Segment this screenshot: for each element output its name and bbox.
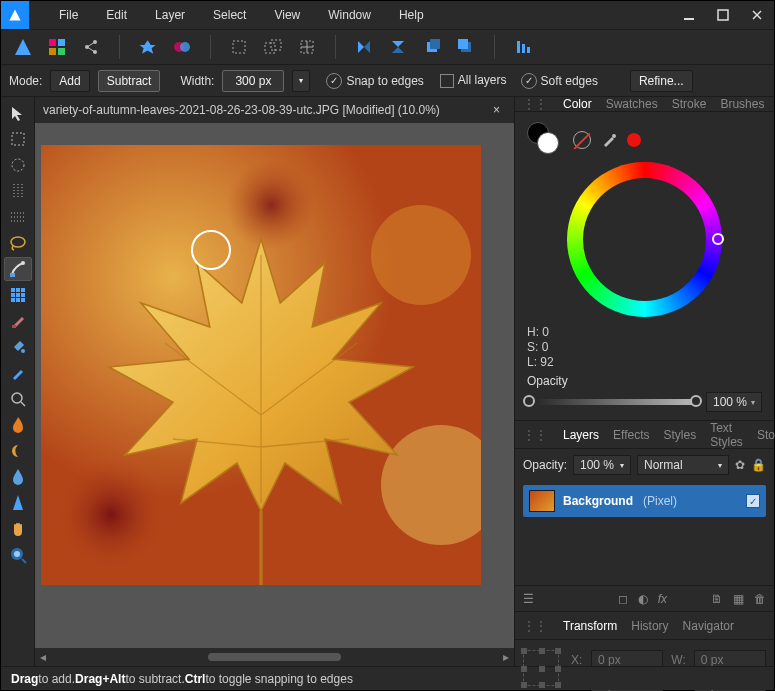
menu-help[interactable]: Help: [387, 4, 436, 26]
sharpen-tool[interactable]: [4, 491, 32, 515]
mode-subtract[interactable]: Subtract: [98, 70, 161, 92]
ellipse-marquee-tool[interactable]: [4, 153, 32, 177]
tab-textstyles[interactable]: Text Styles: [710, 421, 743, 449]
menu-view[interactable]: View: [262, 4, 312, 26]
menu-window[interactable]: Window: [316, 4, 383, 26]
menu-layer[interactable]: Layer: [143, 4, 197, 26]
group-icon[interactable]: ▦: [733, 592, 744, 606]
svg-rect-9: [58, 48, 65, 55]
blend-mode-select[interactable]: Normal▾: [637, 455, 729, 475]
snap-checkbox[interactable]: [326, 73, 342, 89]
fgbg-swatch[interactable]: [527, 122, 563, 158]
quickmask-icon[interactable]: [168, 33, 196, 61]
grid-tool[interactable]: [4, 283, 32, 307]
eyedropper-icon[interactable]: [601, 132, 617, 148]
tab-layers[interactable]: Layers: [563, 428, 599, 442]
window-maximize[interactable]: [706, 1, 740, 29]
flip-v-icon[interactable]: [384, 33, 412, 61]
opacity-value[interactable]: 100 %▾: [706, 392, 762, 412]
tab-stroke[interactable]: Stroke: [672, 97, 707, 111]
rect-marquee-tool[interactable]: [4, 127, 32, 151]
autoselect-icon[interactable]: [134, 33, 162, 61]
window-close[interactable]: [740, 1, 774, 29]
app-icon: [1, 1, 29, 29]
marquee-rect-icon[interactable]: [225, 33, 253, 61]
fill-tool[interactable]: [4, 335, 32, 359]
document-title: variety-of-autumn-leaves-2021-08-26-23-0…: [43, 103, 440, 117]
document-close-icon[interactable]: ×: [487, 103, 506, 117]
tab-navigator[interactable]: Navigator: [683, 619, 734, 633]
svg-point-66: [56, 460, 166, 570]
delete-layer-icon[interactable]: 🗑: [754, 592, 766, 606]
gear-icon[interactable]: ✿: [735, 458, 745, 472]
refine-button[interactable]: Refine...: [630, 70, 693, 92]
menu-file[interactable]: File: [47, 4, 90, 26]
window-minimize[interactable]: [672, 1, 706, 29]
tab-history[interactable]: History: [631, 619, 668, 633]
w-label: W:: [671, 653, 685, 667]
tab-transform[interactable]: Transform: [563, 619, 617, 633]
layers-stack-icon[interactable]: ☰: [523, 592, 534, 606]
l-label: L: 92: [527, 355, 762, 370]
svg-rect-52: [11, 298, 15, 302]
none-swatch-icon[interactable]: [573, 131, 591, 149]
opacity-slider[interactable]: [527, 399, 698, 405]
flip-h-icon[interactable]: [350, 33, 378, 61]
tab-swatches[interactable]: Swatches: [606, 97, 658, 111]
selection-brush-tool[interactable]: [4, 257, 32, 281]
menu-select[interactable]: Select: [201, 4, 258, 26]
persona-icon[interactable]: [9, 33, 37, 61]
recent-color-icon[interactable]: [627, 133, 641, 147]
mode-add[interactable]: Add: [50, 70, 89, 92]
svg-line-58: [21, 402, 25, 406]
color-wheel[interactable]: [567, 162, 722, 317]
hand-tool[interactable]: [4, 517, 32, 541]
fx-icon[interactable]: fx: [658, 592, 667, 606]
paint-brush-tool[interactable]: [4, 309, 32, 333]
width-dropdown[interactable]: ▾: [292, 70, 310, 92]
blur-tool[interactable]: [4, 465, 32, 489]
svg-rect-47: [16, 288, 20, 292]
lasso-tool[interactable]: [4, 231, 32, 255]
svg-line-13: [87, 42, 95, 47]
marquee-add-icon[interactable]: [259, 33, 287, 61]
adjust-icon[interactable]: ◐: [638, 592, 648, 606]
inpaint-tool[interactable]: [4, 361, 32, 385]
column-marquee-tool[interactable]: [4, 179, 32, 203]
tab-stock[interactable]: Stock: [757, 428, 775, 442]
add-layer-icon[interactable]: 🗎: [711, 592, 723, 606]
lock-icon[interactable]: 🔒: [751, 458, 766, 472]
layer-item[interactable]: Background (Pixel) ✓: [523, 485, 766, 517]
tab-brushes[interactable]: Brushes: [720, 97, 764, 111]
tab-color[interactable]: Color: [563, 97, 592, 111]
rotate-cw-icon[interactable]: [452, 33, 480, 61]
move-tool[interactable]: [4, 101, 32, 125]
align-icon[interactable]: [509, 33, 537, 61]
rotate-ccw-icon[interactable]: [418, 33, 446, 61]
marquee-trans-icon[interactable]: [293, 33, 321, 61]
layer-type: (Pixel): [643, 494, 677, 508]
anchor-grid[interactable]: [523, 650, 559, 686]
burn-tool[interactable]: [4, 413, 32, 437]
mode-label: Mode:: [9, 74, 42, 88]
zoom-glass-tool[interactable]: [4, 387, 32, 411]
swatches-icon[interactable]: [43, 33, 71, 61]
width-input[interactable]: 300 px: [222, 70, 284, 92]
dodge-tool[interactable]: [4, 439, 32, 463]
soft-checkbox[interactable]: [521, 73, 537, 89]
row-marquee-tool[interactable]: [4, 205, 32, 229]
tab-effects[interactable]: Effects: [613, 428, 649, 442]
share-icon[interactable]: [77, 33, 105, 61]
menu-edit[interactable]: Edit: [94, 4, 139, 26]
canvas-viewport[interactable]: [35, 123, 514, 648]
tab-styles[interactable]: Styles: [664, 428, 697, 442]
alllayers-checkbox[interactable]: [440, 74, 454, 88]
image-canvas[interactable]: [41, 145, 481, 585]
layer-visible-checkbox[interactable]: ✓: [746, 494, 760, 508]
horizontal-scrollbar[interactable]: ◂▸: [35, 648, 514, 666]
mask-icon[interactable]: ◻: [618, 592, 628, 606]
layer-opacity-value[interactable]: 100 %▾: [573, 455, 631, 475]
loupe-tool[interactable]: [4, 543, 32, 567]
h-label: H: 0: [527, 325, 762, 340]
svg-rect-35: [12, 133, 24, 145]
